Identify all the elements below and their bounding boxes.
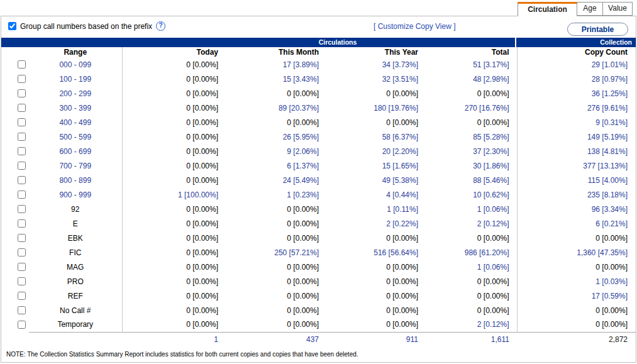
range-label: PRO (67, 277, 84, 286)
table-row: 000 - 099 0 [0.00%] 17 [3.89%] 34 [3.73%… (1, 57, 636, 72)
this-year-cell: 58 [6.37%] (323, 130, 423, 144)
copy-count-cell: 0 [0.00%] (517, 231, 636, 245)
row-checkbox[interactable] (18, 277, 26, 285)
column-header-this-month: This Month (223, 47, 323, 57)
total-cell: 30 [1.86%] (423, 158, 517, 173)
row-checkbox[interactable] (18, 162, 26, 170)
circulations-group-header: Circulations (1, 38, 515, 47)
table-row: 700 - 799 0 [0.00%] 6 [1.37%] 15 [1.65%]… (1, 158, 636, 173)
row-checkbox[interactable] (18, 133, 26, 141)
group-by-prefix-checkbox[interactable] (8, 22, 16, 30)
today-cell: 0 [0.00%] (122, 101, 223, 115)
today-cell: 0 [0.00%] (122, 260, 223, 274)
row-checkbox[interactable] (18, 205, 26, 213)
row-checkbox[interactable] (18, 321, 26, 329)
row-checkbox[interactable] (18, 75, 26, 83)
table-row: 600 - 699 0 [0.00%] 9 [2.06%] 20 [2.20%]… (1, 144, 636, 158)
row-checkbox[interactable] (18, 234, 26, 242)
tab-age[interactable]: Age (577, 2, 603, 16)
totals-copy-count: 2,872 (517, 332, 636, 347)
row-checkbox[interactable] (18, 190, 26, 199)
this-month-cell: 0 [0.00%] (223, 115, 323, 130)
this-year-cell: 32 [3.51%] (323, 72, 423, 86)
table-row: FIC 0 [0.00%] 250 [57.21%] 516 [56.64%] … (1, 245, 636, 260)
column-header-row: Range Today This Month This Year Total C… (1, 47, 636, 57)
table-row: 500 - 599 0 [0.00%] 26 [5.95%] 58 [6.37%… (1, 130, 636, 144)
help-icon[interactable]: ? (156, 21, 165, 31)
total-cell: 37 [2.30%] (423, 144, 517, 158)
range-label[interactable]: 800 - 899 (59, 176, 91, 185)
column-header-range: Range (29, 47, 122, 57)
total-cell: 1 [0.06%] (423, 260, 517, 274)
this-month-cell: 0 [0.00%] (223, 216, 323, 231)
range-label[interactable]: 600 - 699 (59, 147, 91, 156)
this-month-cell: 0 [0.00%] (223, 86, 323, 101)
copy-count-cell: 36 [1.25%] (517, 86, 636, 101)
customize-copy-view-link[interactable]: [ Customize Copy View ] (374, 22, 456, 31)
this-year-cell: 180 [19.76%] (323, 101, 423, 115)
range-label[interactable]: 100 - 199 (59, 75, 91, 84)
this-year-cell: 49 [5.38%] (323, 173, 423, 187)
range-label[interactable]: 900 - 999 (59, 190, 91, 199)
this-month-cell: 26 [5.95%] (223, 130, 323, 144)
tab-value[interactable]: Value (603, 2, 633, 16)
total-cell: 0 [0.00%] (423, 289, 517, 303)
range-label[interactable]: 500 - 599 (59, 133, 91, 141)
total-cell: 986 [61.20%] (423, 245, 517, 260)
row-checkbox[interactable] (18, 219, 26, 228)
this-month-cell: 89 [20.37%] (223, 101, 323, 115)
copy-count-cell: 9 [0.31%] (517, 115, 636, 130)
row-checkbox[interactable] (18, 248, 26, 256)
totals-row: 14379111,6112,872 (1, 332, 636, 347)
statistics-table: Range Today This Month This Year Total C… (1, 47, 636, 347)
copy-count-cell: 6 [0.21%] (517, 216, 636, 231)
copy-count-cell: 17 [0.59%] (517, 289, 636, 303)
row-checkbox[interactable] (18, 104, 26, 112)
row-checkbox[interactable] (18, 118, 26, 126)
this-year-cell: 0 [0.00%] (323, 303, 423, 317)
this-year-cell: 0 [0.00%] (323, 231, 423, 245)
range-label[interactable]: 700 - 799 (59, 162, 91, 170)
table-row: 200 - 299 0 [0.00%] 0 [0.00%] 0 [0.00%] … (1, 86, 636, 101)
range-label[interactable]: 000 - 099 (59, 60, 91, 69)
totals-range-cell (29, 332, 122, 347)
total-cell: 270 [16.76%] (423, 101, 517, 115)
table-row: REF 0 [0.00%] 0 [0.00%] 0 [0.00%] 0 [0.0… (1, 289, 636, 303)
this-year-cell: 15 [1.65%] (323, 158, 423, 173)
row-checkbox[interactable] (18, 89, 26, 97)
copy-count-cell: 0 [0.00%] (517, 260, 636, 274)
controls-row: Group call numbers based on the prefix ?… (1, 16, 636, 38)
report-panel: Group call numbers based on the prefix ?… (1, 16, 636, 363)
row-checkbox[interactable] (18, 60, 26, 69)
range-label[interactable]: 300 - 399 (59, 104, 91, 113)
table-row: Temporary 0 [0.00%] 0 [0.00%] 0 [0.00%] … (1, 317, 636, 332)
row-checkbox[interactable] (18, 263, 26, 271)
today-cell: 0 [0.00%] (122, 303, 223, 317)
total-cell: 0 [0.00%] (423, 274, 517, 289)
printable-button[interactable]: Printable (567, 23, 628, 36)
this-year-cell: 0 [0.00%] (323, 115, 423, 130)
range-label[interactable]: 200 - 299 (59, 89, 91, 98)
table-row: EBK 0 [0.00%] 0 [0.00%] 0 [0.00%] 0 [0.0… (1, 231, 636, 245)
total-cell: 85 [5.28%] (423, 130, 517, 144)
row-checkbox[interactable] (18, 306, 26, 314)
table-row: 92 0 [0.00%] 0 [0.00%] 1 [0.11%] 1 [0.06… (1, 202, 636, 216)
today-cell: 0 [0.00%] (122, 158, 223, 173)
report-note: NOTE: The Collection Statistics Summary … (1, 347, 636, 358)
range-label[interactable]: 400 - 499 (59, 118, 91, 127)
row-checkbox[interactable] (18, 176, 26, 184)
total-cell: 51 [3.17%] (423, 57, 517, 72)
total-cell: 2 [0.12%] (423, 317, 517, 332)
row-checkbox[interactable] (18, 292, 26, 300)
copy-count-cell: 0 [0.00%] (517, 317, 636, 332)
row-checkbox[interactable] (18, 147, 26, 155)
this-month-cell: 0 [0.00%] (223, 274, 323, 289)
tab-circulation[interactable]: Circulation (518, 2, 577, 16)
range-label: No Call # (60, 306, 91, 315)
copy-count-cell: 0 [0.00%] (517, 303, 636, 317)
table-row: 300 - 399 0 [0.00%] 89 [20.37%] 180 [19.… (1, 101, 636, 115)
total-cell: 0 [0.00%] (423, 303, 517, 317)
this-month-cell: 15 [3.43%] (223, 72, 323, 86)
copy-count-cell: 29 [1.01%] (517, 57, 636, 72)
copy-count-cell: 276 [9.61%] (517, 101, 636, 115)
